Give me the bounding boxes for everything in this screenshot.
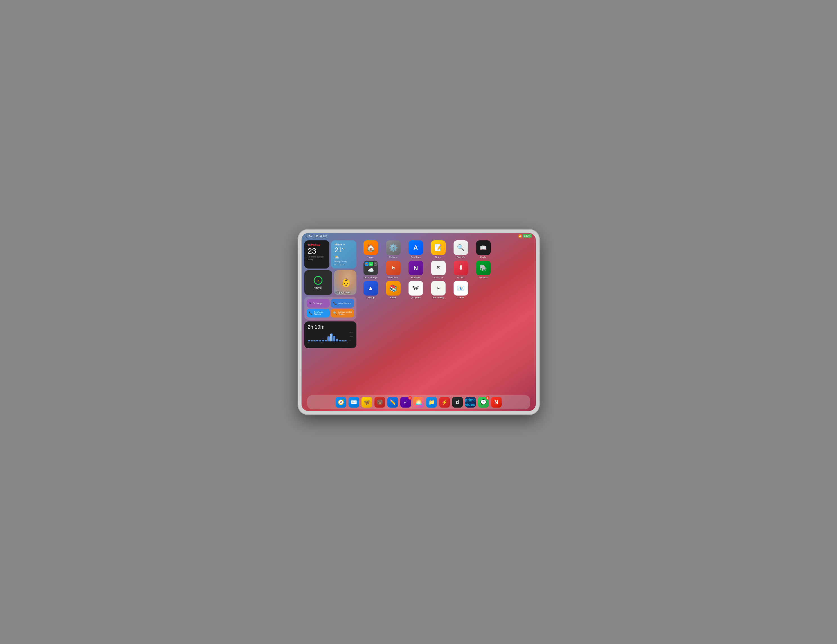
dropbox-icon: 📦 xyxy=(364,262,369,266)
app-icon-iannotate: ia xyxy=(386,261,400,275)
app-label-findmy: Find My xyxy=(457,256,464,258)
dock-news[interactable]: N xyxy=(491,397,502,408)
app-icon-kindle: 📖 xyxy=(476,240,491,255)
dock-icon-safari: 🧭 xyxy=(336,397,346,408)
app-label-home: Home xyxy=(368,256,374,258)
chart-bar xyxy=(327,336,330,341)
app-home[interactable]: 🏠 Home xyxy=(362,240,379,258)
app-evernote[interactable]: 🐘 Evernote xyxy=(475,261,492,279)
battery-indicator: 100% xyxy=(523,234,532,238)
app-gmail[interactable]: 📧 Gmail xyxy=(452,281,469,299)
siri-run-apple-frames-label: Run Apple Frames xyxy=(314,311,328,315)
photo-date: 19 Apr 2020 xyxy=(336,293,344,294)
app-kindle[interactable]: 📖 Kindle xyxy=(475,240,492,258)
app-label-iannotate: iAnnotate xyxy=(389,276,398,279)
widget-battery[interactable]: ⚡ 100% xyxy=(304,270,333,295)
siri-item-ok-google[interactable]: ✴ OK Google xyxy=(307,299,330,308)
dock-goodnotes[interactable]: ✏️ xyxy=(387,397,398,408)
app-notes[interactable]: 📝 Notes xyxy=(430,240,447,258)
chart-bar xyxy=(310,340,313,341)
dock-icon-news: N xyxy=(491,397,502,408)
siri-item-run-apple-frames[interactable]: 📞 Run Apple Frames xyxy=(307,309,330,318)
widget-siri-suggestions[interactable]: ✴ OK Google 📞 Apple Frames 📞 Run Apple F… xyxy=(304,297,356,320)
icloud-icon: ☁ xyxy=(374,262,377,266)
app-icon-lookup: ▲ xyxy=(363,281,378,295)
app-label-appstore: App Store xyxy=(411,256,421,258)
chart-bar xyxy=(325,340,327,341)
dock-messages[interactable]: 1 💬 xyxy=(478,397,489,408)
dock-files[interactable]: 📁 xyxy=(426,397,437,408)
status-bar: 10:57 Tue 23 Jun 📶 100% xyxy=(302,233,536,239)
app-label-onenote: OneNote xyxy=(411,276,420,279)
siri-item-apple-frames[interactable]: 📞 Apple Frames xyxy=(331,299,354,308)
chart-bar xyxy=(308,340,310,341)
dock-icon-bear: 🐻 xyxy=(374,397,385,408)
app-books[interactable]: 📚 Books xyxy=(384,281,402,299)
app-appstore[interactable]: A App Store xyxy=(407,240,425,258)
app-settings[interactable]: ⚙️ Settings xyxy=(384,240,402,258)
app-icon-findmy: 🔍 xyxy=(453,240,468,255)
chart-bar xyxy=(333,336,335,341)
siri-ok-google-label: OK Google xyxy=(313,302,323,304)
chart-bar xyxy=(344,340,346,341)
app-findmy[interactable]: 🔍 Find My xyxy=(452,240,469,258)
app-cloudstorage[interactable]: 📦 ▲ ☁ ☁️ Cloud storage xyxy=(362,261,379,279)
dock-tes[interactable]: 🦋 xyxy=(361,397,372,408)
svg-text:⚡: ⚡ xyxy=(317,280,320,282)
dock-bear[interactable]: 🐻 xyxy=(374,397,385,408)
widget-photo[interactable]: THIRSK & HOME 19 Apr 2020 xyxy=(334,270,356,295)
app-icon-books: 📚 xyxy=(386,281,400,295)
app-label-evernote: Evernote xyxy=(479,276,487,279)
weather-icon: ⛅ xyxy=(335,255,353,259)
app-label-settings: Settings xyxy=(389,256,397,258)
dock-icon-files: 📁 xyxy=(426,397,437,408)
dock-primevideo[interactable]: primevideo xyxy=(465,397,476,408)
app-terminology[interactable]: Te Terminology xyxy=(430,281,447,299)
status-time: 10:57 Tue 23 Jun xyxy=(305,234,327,238)
dock-photos[interactable]: 🌅 xyxy=(413,397,424,408)
widget-calendar[interactable]: TUESDAY 23 No more events today xyxy=(304,240,330,269)
chart-bar xyxy=(339,340,341,341)
chart-bar xyxy=(336,339,338,341)
app-onenote[interactable]: N OneNote xyxy=(407,261,425,279)
chart-time-00: 00 xyxy=(308,342,310,344)
dock-dash[interactable]: d xyxy=(452,397,463,408)
dock-safari[interactable]: 🧭 xyxy=(336,397,346,408)
weather-condition: Mostly Cloudy xyxy=(335,261,353,262)
widget-weather[interactable]: Thirsk ↗ 21° ⛅ Mostly Cloudy H:21° L:15° xyxy=(331,240,356,269)
siri-item-lookup[interactable]: 🔍 Lookup word in Term... xyxy=(331,309,354,318)
ipad-frame: 10:57 Tue 23 Jun 📶 100% TUESDAY 23 No mo… xyxy=(297,229,540,415)
calendar-day-number: 23 xyxy=(308,247,326,255)
dock-icon-tes: 🦋 xyxy=(361,397,372,408)
app-label-books: Books xyxy=(390,297,396,299)
app-iannotate[interactable]: ia iAnnotate xyxy=(384,261,402,279)
messages-badge: 1 xyxy=(486,396,489,400)
dock-icon-primevideo: primevideo xyxy=(465,397,476,408)
app-icon-evernote: 🐘 xyxy=(476,261,491,275)
app-label-notes: Notes xyxy=(435,256,441,258)
dock-mail[interactable]: ✉️ xyxy=(348,397,359,408)
dock-reeder[interactable]: ⚡ xyxy=(439,397,450,408)
app-pocket[interactable]: ⬇ Pocket xyxy=(452,261,469,279)
app-lookup[interactable]: ▲ LookUp xyxy=(362,281,379,299)
app-row-2: 📦 ▲ ☁ ☁️ Cloud storage ia iAnnotate xyxy=(362,261,530,279)
app-label-gmail: Gmail xyxy=(458,297,464,299)
dock-omnifocus[interactable]: 3 ✓ xyxy=(400,397,411,408)
ipad-screen: 10:57 Tue 23 Jun 📶 100% TUESDAY 23 No mo… xyxy=(302,233,536,411)
weather-location: Thirsk ↗ xyxy=(335,243,353,246)
app-label-pocket: Pocket xyxy=(457,276,464,279)
dock-icon-photos: 🌅 xyxy=(413,397,424,408)
app-label-lookup: LookUp xyxy=(367,297,375,299)
app-icon-pocket: ⬇ xyxy=(453,261,468,275)
widget-screentime[interactable]: 2h 19m xyxy=(304,321,356,348)
battery-percentage: 100% xyxy=(314,287,322,290)
app-icon-wikipedia: W xyxy=(409,281,423,295)
calendar-weather-row: TUESDAY 23 No more events today Thirsk ↗… xyxy=(304,240,356,269)
app-scrivener[interactable]: S Scrivener xyxy=(430,261,447,279)
photo-background: THIRSK & HOME 19 Apr 2020 xyxy=(334,270,356,295)
battery-ring-chart: ⚡ xyxy=(313,275,323,285)
screentime-chart: 60m 30m 0 00 06 12 18 xyxy=(308,331,353,345)
dock: 🧭 ✉️ 🦋 🐻 ✏️ 3 ✓ 🌅 📁 xyxy=(307,395,530,409)
app-wikipedia[interactable]: W Wikipedia xyxy=(407,281,425,299)
app-icon-cloudstorage: 📦 ▲ ☁ ☁️ xyxy=(363,261,378,275)
